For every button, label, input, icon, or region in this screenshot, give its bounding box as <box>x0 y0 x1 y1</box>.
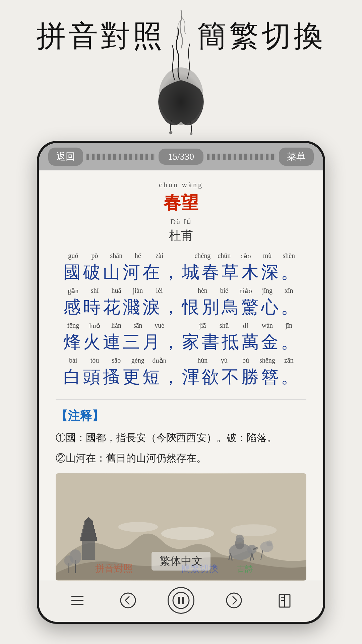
cn-cell: 鳥 <box>221 296 240 319</box>
cn-cell: 白 <box>62 365 82 389</box>
cn-cell: 驚 <box>240 296 260 319</box>
svg-point-26 <box>266 540 273 546</box>
phone-mockup: 返回 15/330 菜单 chūn wàng 春望 Dù fǔ 杜甫 <box>37 141 325 624</box>
cn-cell: 簪 <box>260 365 280 389</box>
back-button[interactable]: 返回 <box>48 148 83 166</box>
book-icon <box>276 592 293 609</box>
cn-cell: 烽 <box>62 330 82 354</box>
notes-label: 【注释】 <box>56 408 306 424</box>
pinyin-cell: shān <box>106 252 127 260</box>
svg-rect-9 <box>84 521 93 526</box>
cn-row-4: 白 頭 搔 更 短 ， 渾 欲 不 勝 簪 。 <box>62 365 300 389</box>
cn-cell: 。 <box>280 261 300 284</box>
cn-cell: ， <box>161 261 181 284</box>
promo-area: 拼音對照 簡繁切換 <box>0 0 362 141</box>
pinyin-cell: hé <box>127 252 148 260</box>
pinyin-cell <box>170 357 192 365</box>
pinyin-cell <box>170 287 192 295</box>
cn-row-1: 國 破 山 河 在 ， 城 春 草 木 深 。 <box>62 261 300 284</box>
poem-pinyin-title: chūn wàng <box>56 180 306 189</box>
play-pause-button[interactable] <box>168 587 194 614</box>
cn-cell: 。 <box>280 330 300 354</box>
cn-cell: 別 <box>201 296 221 319</box>
poem-line-4: bái tóu sāo gèng duǎn hún yù bù shēng zā… <box>62 357 300 389</box>
book-button[interactable] <box>274 590 295 611</box>
pinyin-cell: yù <box>214 357 235 365</box>
svg-point-29 <box>118 522 158 532</box>
bottom-nav <box>39 581 323 622</box>
pinyin-cell: cǎo <box>235 252 256 260</box>
notes-text: ①國：國都，指長安（今陝西西安）。破：陷落。 ②山河在：舊日的山河仍然存在。 <box>56 429 306 467</box>
cn-cell: 渾 <box>181 365 201 389</box>
cn-cell: ， <box>161 330 181 354</box>
cn-cell: 心 <box>260 296 280 319</box>
svg-text:拼音對照: 拼音對照 <box>95 563 133 574</box>
pinyin-cell: mù <box>256 252 278 260</box>
cn-cell: 搔 <box>102 365 122 389</box>
svg-point-2 <box>190 132 193 135</box>
svg-rect-6 <box>81 533 96 537</box>
cn-cell: 萬 <box>240 330 260 354</box>
pause-icon <box>172 592 190 609</box>
pinyin-cell: jīng <box>256 287 278 295</box>
cn-cell: 破 <box>82 261 102 284</box>
cn-cell: 欲 <box>201 365 221 389</box>
cn-cell: 不 <box>221 365 240 389</box>
cn-cell: 。 <box>280 365 300 389</box>
cn-cell: 感 <box>62 296 82 319</box>
pinyin-cell: tóu <box>84 357 105 365</box>
pinyin-cell: xīn <box>278 287 300 295</box>
pinyin-cell: gèng <box>127 357 148 365</box>
cn-cell: 更 <box>122 365 141 389</box>
svg-point-30 <box>231 524 277 536</box>
cn-cell: 深 <box>260 261 280 284</box>
cn-cell: 草 <box>221 261 240 284</box>
pinyin-row-4: bái tóu sāo gèng duǎn hún yù bù shēng zā… <box>62 357 300 365</box>
cn-cell: 火 <box>82 330 102 354</box>
pinyin-cell: lián <box>106 322 127 330</box>
cn-cell: 山 <box>102 261 122 284</box>
cn-cell: 頭 <box>82 365 102 389</box>
svg-rect-39 <box>178 597 180 604</box>
cn-cell: 河 <box>122 261 141 284</box>
promo-title: 拼音對照 簡繁切換 <box>36 20 326 53</box>
pinyin-cell: bié <box>214 287 235 295</box>
prev-button[interactable] <box>117 590 139 611</box>
pinyin-cell: niǎo <box>235 287 256 295</box>
svg-rect-7 <box>82 529 95 533</box>
cn-cell: 勝 <box>240 365 260 389</box>
cn-cell: 恨 <box>181 296 201 319</box>
svg-point-28 <box>161 527 214 540</box>
pinyin-cell: guó <box>62 252 84 260</box>
next-button[interactable] <box>223 590 245 611</box>
svg-rect-4 <box>82 540 95 560</box>
cn-cell: 三 <box>122 330 141 354</box>
pinyin-cell: huā <box>106 287 127 295</box>
pinyin-cell: sān <box>127 322 148 330</box>
svg-point-37 <box>121 593 135 608</box>
phone-screen: 返回 15/330 菜单 chūn wàng 春望 Dù fǔ 杜甫 <box>39 143 323 622</box>
pinyin-cell: jīn <box>278 322 300 330</box>
pinyin-cell: bái <box>62 357 84 365</box>
pinyin-cell: zài <box>148 252 170 260</box>
svg-point-14 <box>64 555 74 566</box>
svg-rect-40 <box>182 597 184 604</box>
image-overlay-text: 繁体中文 <box>152 552 210 571</box>
pinyin-row-3: fēng huǒ lián sān yuè jiā shū dǐ wàn jīn <box>62 322 300 330</box>
menu-button[interactable]: 菜单 <box>279 148 314 166</box>
arrow-right-icon <box>225 592 243 609</box>
pinyin-cell: gǎn <box>62 287 84 295</box>
pinyin-cell: wàn <box>256 322 278 330</box>
page-counter: 15/330 <box>159 149 203 165</box>
author-pinyin: Dù fǔ <box>56 217 306 226</box>
svg-point-24 <box>236 535 244 543</box>
pinyin-cell: huǒ <box>84 322 105 330</box>
content-area: chūn wàng 春望 Dù fǔ 杜甫 guó pò shān hé zài <box>39 170 323 581</box>
cn-cell: 木 <box>240 261 260 284</box>
author-cn: 杜甫 <box>56 227 306 244</box>
cn-row-2: 感 時 花 濺 淚 ， 恨 別 鳥 驚 心 。 <box>62 296 300 319</box>
cn-row-3: 烽 火 連 三 月 ， 家 書 抵 萬 金 。 <box>62 330 300 354</box>
menu-nav-button[interactable] <box>67 590 88 611</box>
pinyin-cell: hún <box>192 357 213 365</box>
divider <box>56 399 306 400</box>
